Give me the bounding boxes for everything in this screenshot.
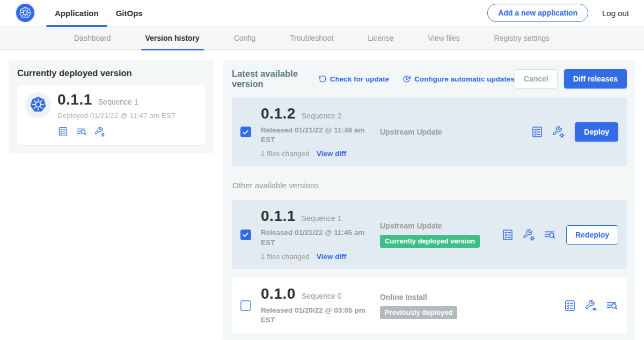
version-source-label: Upstream Update <box>380 221 501 230</box>
check-for-update-label: Check for update <box>330 75 389 83</box>
version-row-0-1-2: 0.1.2 Sequence 2 Released 01/21/22 @ 11:… <box>232 98 627 166</box>
other-versions-title: Other available versions <box>232 181 627 190</box>
deployed-version-number: 0.1.1 <box>57 92 92 107</box>
checklist-icon[interactable] <box>564 299 576 312</box>
currently-deployed-card: Currently deployed version 0.1.1 Sequenc… <box>9 60 214 153</box>
deployed-sequence-label: Sequence 1 <box>98 98 138 106</box>
sequence-label: Sequence 1 <box>302 214 342 223</box>
checkmark-icon <box>241 231 250 239</box>
configure-updates-label: Configure automatic updates <box>414 75 515 83</box>
top-tab-application[interactable]: Application <box>46 0 107 26</box>
tab-dashboard[interactable]: Dashboard <box>70 26 115 50</box>
add-application-button[interactable]: Add a new application <box>487 4 588 22</box>
released-timestamp: Released 01/20/22 @ 03:05 pm EST <box>261 306 370 325</box>
diff-releases-button[interactable]: Diff releases <box>564 69 627 88</box>
refresh-icon <box>318 75 327 83</box>
files-changed-label: 1 files changed <box>261 253 310 261</box>
version-checkbox[interactable] <box>240 300 251 311</box>
checklist-icon[interactable] <box>531 125 544 138</box>
tab-license[interactable]: License <box>363 26 398 50</box>
tab-version-history[interactable]: Version history <box>141 26 204 50</box>
redeploy-button[interactable]: Redeploy <box>566 225 618 245</box>
logs-magnifier-icon[interactable] <box>76 126 87 137</box>
released-timestamp: Released 01/21/22 @ 11:48 am EST <box>261 125 370 145</box>
version-row-0-1-0: 0.1.0 Sequence 0 Released 01/20/22 @ 03:… <box>232 278 627 334</box>
sequence-label: Sequence 0 <box>302 292 342 300</box>
main-content: Currently deployed version 0.1.1 Sequenc… <box>0 50 644 340</box>
tab-troubleshoot[interactable]: Troubleshoot <box>286 26 338 50</box>
app-sub-nav: Dashboard Version history Config Trouble… <box>0 26 644 50</box>
version-source-label: Upstream Update <box>380 128 501 136</box>
tab-registry-settings[interactable]: Registry settings <box>489 26 553 50</box>
currently-deployed-badge: Currently deployed version <box>380 235 480 248</box>
version-source-label: Online Install <box>380 293 501 301</box>
auto-update-icon <box>402 75 411 84</box>
view-diff-link[interactable]: View diff <box>317 150 346 158</box>
version-checkbox[interactable] <box>240 127 251 137</box>
view-diff-link[interactable]: View diff <box>317 253 346 261</box>
version-number: 0.1.0 <box>261 286 296 301</box>
top-tab-gitops-label: GitOps <box>116 9 143 18</box>
latest-available-title: Latest available version <box>232 69 310 89</box>
configure-updates-link[interactable]: Configure automatic updates <box>402 75 515 84</box>
logs-magnifier-icon[interactable] <box>543 228 556 241</box>
deployed-timestamp: Deployed 01/21/22 @ 11:47 am EST <box>57 112 175 120</box>
checkmark-icon <box>241 128 250 136</box>
wrench-eye-icon[interactable] <box>584 299 597 312</box>
logs-magnifier-icon[interactable] <box>605 299 618 312</box>
previously-deployed-badge: Previously deployed <box>380 306 457 319</box>
logout-link[interactable]: Log out <box>602 9 629 18</box>
kubernetes-logo-icon <box>16 4 34 22</box>
wrench-gear-icon[interactable] <box>552 125 565 138</box>
check-for-update-link[interactable]: Check for update <box>318 75 389 83</box>
wrench-gear-icon[interactable] <box>94 126 105 137</box>
checklist-icon[interactable] <box>501 228 514 241</box>
top-nav: Application GitOps Add a new application… <box>0 0 644 26</box>
version-checkbox[interactable] <box>240 230 251 240</box>
app-logo-icon <box>26 92 50 117</box>
available-versions-panel: Latest available version Check for updat… <box>223 60 635 340</box>
top-tab-gitops[interactable]: GitOps <box>107 0 151 26</box>
deployed-version-card: 0.1.1 Sequence 1 Deployed 01/21/22 @ 11:… <box>17 85 206 145</box>
wrench-gear-icon[interactable] <box>522 228 535 241</box>
deployed-card-title: Currently deployed version <box>17 68 206 78</box>
version-row-0-1-1: 0.1.1 Sequence 1 Released 01/21/22 @ 11:… <box>232 200 627 269</box>
version-number: 0.1.2 <box>261 106 296 121</box>
cancel-button[interactable]: Cancel <box>515 69 558 88</box>
top-tab-application-label: Application <box>55 9 99 18</box>
available-header: Latest available version Check for updat… <box>232 69 627 89</box>
deploy-button[interactable]: Deploy <box>575 122 618 142</box>
tab-view-files[interactable]: View files <box>424 26 464 50</box>
files-changed-label: 1 files changed <box>261 150 310 158</box>
checklist-icon[interactable] <box>57 126 69 137</box>
sequence-label: Sequence 2 <box>302 112 342 120</box>
released-timestamp: Released 01/21/22 @ 11:45 am EST <box>261 228 370 247</box>
tab-config[interactable]: Config <box>230 26 260 50</box>
version-number: 0.1.1 <box>261 209 296 224</box>
